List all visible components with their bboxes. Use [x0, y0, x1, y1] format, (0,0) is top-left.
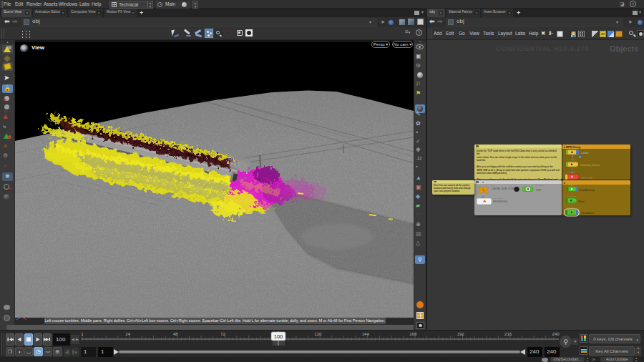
svg-text:144: 144 [362, 332, 370, 336]
svg-text:240: 240 [552, 332, 560, 336]
svg-text:100: 100 [274, 333, 283, 340]
svg-text:collider: collider [581, 152, 590, 155]
svg-text:168: 168 [409, 332, 417, 336]
svg-text:TOP Network: TOP Network [535, 185, 545, 187]
svg-text:24: 24 [125, 332, 130, 336]
svg-text:Null: Null [492, 185, 495, 187]
svg-text:RENDERING: RENDERING [493, 200, 508, 203]
svg-text:MPM_SIM: MPM_SIM [581, 177, 592, 180]
svg-text:1: 1 [81, 332, 84, 336]
svg-text:snow_mesh: snow_mesh [568, 184, 577, 186]
svg-text:geo_source: geo_source [567, 159, 577, 161]
svg-text:Geometry_Source: Geometry_Source [580, 164, 600, 167]
svg-text:SnowMeshing: SnowMeshing [579, 189, 594, 192]
svg-text:copy_glints: copy_glints [567, 195, 577, 197]
svg-text:216: 216 [504, 332, 512, 336]
svg-text:48: 48 [173, 332, 178, 336]
svg-text:Secondaries: Secondaries [581, 212, 595, 215]
svg-text:rbd_collider: rbd_collider [567, 147, 577, 149]
svg-text:secondary: secondary [567, 207, 575, 209]
svg-text:72: 72 [220, 332, 225, 336]
svg-text:LOP Network: LOP Network [493, 197, 504, 200]
svg-text:120: 120 [314, 332, 322, 336]
svg-text:Glints: Glints [578, 200, 585, 203]
svg-text:TOP: TOP [536, 189, 542, 192]
svg-text:mpm_solver: mpm_solver [567, 171, 576, 173]
svg-text:192: 192 [457, 332, 465, 336]
